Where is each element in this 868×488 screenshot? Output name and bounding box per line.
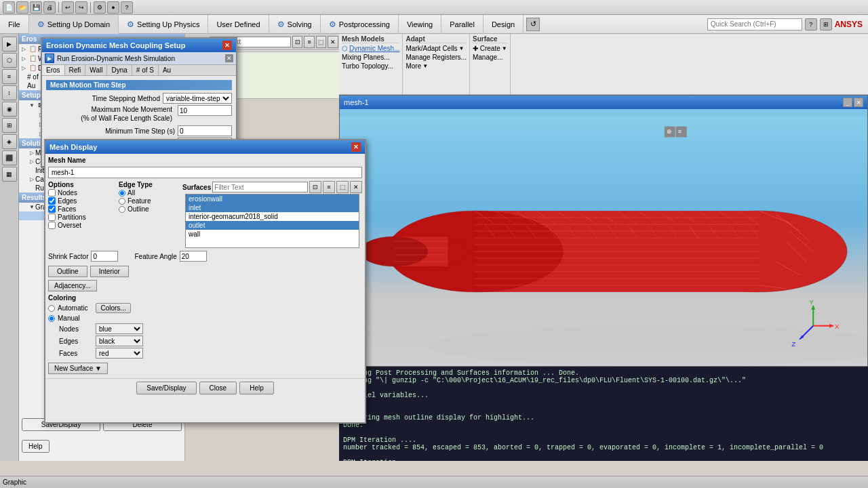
manage-item[interactable]: Manage... bbox=[473, 54, 507, 61]
edges-color-select[interactable]: black red blue white bbox=[96, 336, 143, 346]
surface-item-wall[interactable]: wall bbox=[186, 230, 359, 239]
mesh-display-close-btn[interactable]: ✕ bbox=[351, 142, 361, 152]
close-btn[interactable]: Close bbox=[199, 382, 237, 394]
automatic-radio[interactable] bbox=[48, 305, 55, 312]
toolbar-icon-settings[interactable]: ⚙ bbox=[94, 1, 106, 14]
toolbar-icon-undo[interactable]: ↩ bbox=[62, 1, 74, 14]
new-surface-btn[interactable]: New Surface ▼ bbox=[48, 363, 108, 374]
tab-parallel[interactable]: Parallel bbox=[441, 15, 484, 34]
more-dropdown[interactable]: ▼ bbox=[422, 63, 428, 69]
adjacency-btn[interactable]: Adjacency... bbox=[48, 280, 97, 291]
tab-viewing[interactable]: Viewing bbox=[399, 15, 441, 34]
shrink-factor-input[interactable] bbox=[91, 251, 118, 262]
viewport-close-btn[interactable]: ✕ bbox=[854, 98, 863, 107]
tab-wall[interactable]: Wall bbox=[85, 65, 107, 75]
outline-btn[interactable]: Outline bbox=[48, 266, 87, 277]
tab-postprocessing[interactable]: ⚙ Postprocessing bbox=[321, 15, 399, 34]
turbo-topology-item[interactable]: Turbo Topology... bbox=[342, 62, 399, 70]
tree-help-btn[interactable]: Help bbox=[22, 440, 50, 453]
toolbar-icon-open[interactable]: 📂 bbox=[16, 1, 28, 14]
mixing-planes-item[interactable]: Mixing Planes... bbox=[342, 54, 399, 61]
toolbar-icon-file[interactable]: 📄 bbox=[3, 1, 15, 14]
edges-checkbox[interactable] bbox=[48, 197, 56, 205]
nav-btn-3[interactable]: ≡ bbox=[2, 69, 17, 84]
toolbar-icon-help[interactable]: ? bbox=[121, 1, 133, 14]
grid-icon[interactable]: ⊞ bbox=[820, 18, 832, 30]
walls-icon-btn-4[interactable]: ✕ bbox=[328, 36, 338, 48]
create-dropdown[interactable]: ▼ bbox=[502, 45, 507, 52]
create-item[interactable]: ✚ Create ▼ bbox=[473, 45, 507, 52]
surface-item-interior[interactable]: interior-geomacum2018_solid bbox=[186, 212, 359, 221]
more-item[interactable]: More ▼ bbox=[406, 62, 467, 70]
nav-btn-6[interactable]: ⊞ bbox=[2, 118, 17, 133]
run-sim-dialog-close[interactable]: ✕ bbox=[225, 54, 233, 62]
toolbar-icon-redo[interactable]: ↪ bbox=[75, 1, 87, 14]
surface-item-outlet[interactable]: outlet bbox=[186, 221, 359, 230]
tab-dyna[interactable]: Dyna bbox=[107, 65, 132, 75]
tab-setup-physics[interactable]: ⚙ Setting Up Physics bbox=[119, 15, 208, 34]
surfaces-filter-input[interactable] bbox=[212, 182, 308, 192]
surface-item-inlet[interactable]: inlet bbox=[186, 203, 359, 212]
run-sim-row: ▶ Run Erosion-Dynamic Mesh Simulation ✕ bbox=[42, 52, 236, 65]
tab-file[interactable]: File bbox=[0, 15, 29, 34]
nav-btn-2[interactable]: ⬡ bbox=[2, 53, 17, 68]
min-time-step-input[interactable] bbox=[178, 125, 232, 136]
toolbar-icon-save[interactable]: 💾 bbox=[30, 1, 42, 14]
surface-item-erosionwall[interactable]: erosionwall bbox=[186, 195, 359, 203]
feature-radio[interactable] bbox=[119, 198, 125, 205]
tab-eros[interactable]: Eros bbox=[42, 65, 65, 75]
colors-btn[interactable]: Colors... bbox=[96, 303, 130, 313]
tab-refi[interactable]: Refi bbox=[65, 65, 86, 75]
viewport-minimize-btn[interactable]: _ bbox=[843, 98, 852, 107]
refresh-btn[interactable]: ↺ bbox=[526, 18, 540, 31]
tab-design[interactable]: Design bbox=[484, 15, 524, 34]
nav-btn-5[interactable]: ◉ bbox=[2, 102, 17, 117]
nodes-checkbox[interactable] bbox=[48, 189, 56, 197]
svg-text:Z: Z bbox=[791, 340, 795, 348]
manage-registers-item[interactable]: Manage Registers... bbox=[406, 54, 467, 61]
surfaces-icon-1[interactable]: ⊡ bbox=[309, 181, 321, 193]
nav-btn-4[interactable]: ↕ bbox=[2, 85, 17, 100]
dynamic-mesh-item[interactable]: ⬡ Dynamic Mesh... bbox=[342, 45, 399, 52]
min-time-step-label: Minimum Time Step (s) bbox=[46, 127, 178, 135]
tab-numofsol[interactable]: # of S bbox=[132, 65, 159, 75]
overset-checkbox[interactable] bbox=[48, 222, 56, 229]
walls-icon-btn-3[interactable]: ⬚ bbox=[316, 36, 327, 48]
time-stepping-method-select[interactable]: variable-time-step fixed bbox=[163, 93, 232, 104]
search-icon[interactable]: ? bbox=[805, 18, 817, 30]
manual-radio[interactable] bbox=[48, 315, 55, 322]
mark-adapt-item[interactable]: Mark/Adapt Cells ▼ bbox=[406, 45, 467, 52]
nav-btn-7[interactable]: ◈ bbox=[2, 134, 17, 149]
nav-btn-1[interactable]: ▶ bbox=[2, 37, 17, 52]
interior-btn[interactable]: Interior bbox=[90, 266, 129, 277]
feature-angle-input[interactable] bbox=[180, 251, 207, 262]
nav-btn-8[interactable]: ⬛ bbox=[2, 150, 17, 165]
toolbar-icon-print[interactable]: 🖨 bbox=[43, 1, 56, 14]
tab-solving[interactable]: ⚙ Solving bbox=[269, 15, 321, 34]
tab-au[interactable]: Au bbox=[159, 65, 175, 75]
top-right-panels: Mesh Models ⬡ Dynamic Mesh... Mixing Pla… bbox=[339, 34, 868, 95]
faces-checkbox[interactable] bbox=[48, 205, 56, 213]
partitions-checkbox[interactable] bbox=[48, 214, 56, 221]
max-node-input[interactable] bbox=[178, 105, 232, 116]
erosion-dialog-close[interactable]: ✕ bbox=[222, 41, 232, 50]
all-radio[interactable] bbox=[119, 190, 125, 197]
tab-solving-label: Solving bbox=[288, 20, 312, 28]
outline-radio[interactable] bbox=[119, 206, 125, 213]
surfaces-icon-2[interactable]: ≡ bbox=[323, 181, 335, 193]
surfaces-icon-3[interactable]: ⬚ bbox=[336, 181, 349, 193]
toolbar-icon-record[interactable]: ● bbox=[107, 1, 119, 14]
mesh-name-row: Mesh Name bbox=[45, 154, 365, 167]
tab-setup-domain[interactable]: ⚙ Setting Up Domain bbox=[29, 15, 119, 34]
faces-color-select[interactable]: red blue black white bbox=[96, 348, 143, 359]
surfaces-icon-4[interactable]: ✕ bbox=[350, 181, 362, 193]
nodes-color-select[interactable]: blue red black white bbox=[96, 323, 143, 334]
help-btn[interactable]: Help bbox=[239, 382, 274, 394]
nav-btn-9[interactable]: ▦ bbox=[2, 167, 17, 182]
walls-icon-btn-1[interactable]: ⊡ bbox=[292, 36, 303, 48]
save-display-btn[interactable]: Save/Display bbox=[136, 382, 196, 394]
walls-icon-btn-2[interactable]: ≡ bbox=[304, 36, 315, 48]
search-input[interactable] bbox=[707, 18, 802, 30]
tab-user-defined[interactable]: User Defined bbox=[208, 15, 269, 34]
mark-adapt-dropdown[interactable]: ▼ bbox=[459, 45, 465, 52]
